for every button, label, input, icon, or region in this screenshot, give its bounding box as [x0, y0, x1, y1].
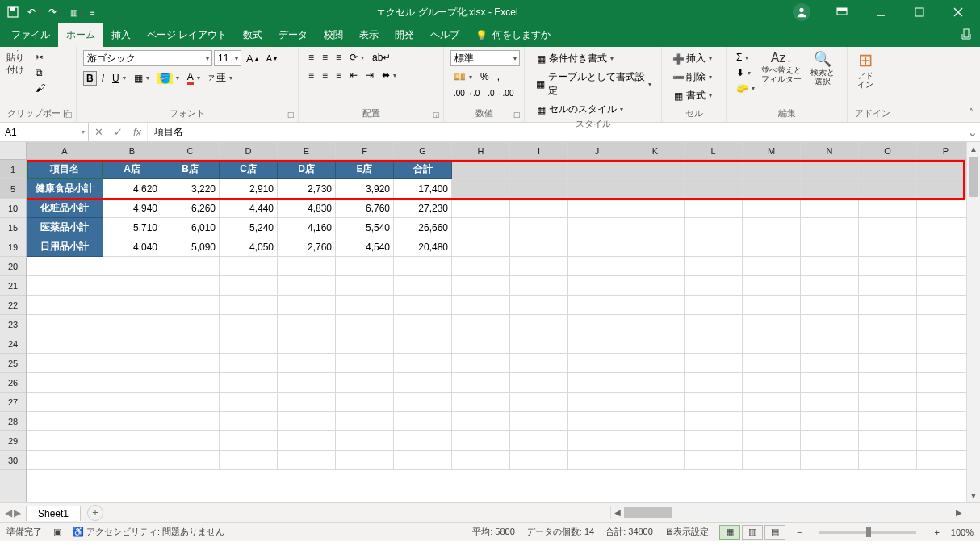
accessibility-status[interactable]: ♿ アクセシビリティ: 問題ありません	[73, 526, 224, 538]
vertical-scrollbar[interactable]: ▲ ▼	[966, 142, 980, 502]
row-header[interactable]: 20	[0, 257, 26, 276]
cell[interactable]	[685, 257, 743, 276]
data-cell[interactable]: 5,090	[161, 237, 220, 257]
cell[interactable]	[394, 412, 452, 431]
cell[interactable]	[743, 179, 801, 199]
cell[interactable]	[336, 431, 394, 451]
delete-cells-button[interactable]: ➖削除	[668, 69, 715, 86]
cell[interactable]	[626, 431, 685, 451]
cell[interactable]	[859, 354, 917, 373]
row-label-cell[interactable]: 健康食品小計	[27, 179, 103, 199]
cell[interactable]	[161, 431, 220, 451]
align-bottom-icon[interactable]: ≡	[333, 50, 345, 65]
cell[interactable]	[452, 315, 510, 334]
ribbon-tab-校閲[interactable]: 校閲	[316, 23, 351, 47]
column-header[interactable]: O	[859, 142, 917, 159]
cell[interactable]	[27, 257, 103, 276]
cell[interactable]	[220, 334, 278, 354]
dialog-launcher-icon[interactable]: ◱	[65, 109, 73, 120]
cell[interactable]	[510, 451, 568, 470]
cell[interactable]	[626, 296, 685, 315]
align-center-icon[interactable]: ≡	[319, 68, 331, 82]
cell[interactable]	[510, 393, 568, 412]
italic-button[interactable]: I	[98, 71, 107, 86]
row-header[interactable]: 15	[0, 218, 26, 237]
cell[interactable]	[859, 431, 917, 451]
row-header[interactable]: 24	[0, 334, 26, 354]
cell[interactable]	[161, 354, 220, 373]
cell[interactable]	[27, 451, 103, 470]
dialog-launcher-icon[interactable]: ◱	[513, 109, 521, 120]
cell[interactable]	[27, 412, 103, 431]
fill-color-icon[interactable]: 🪣	[154, 71, 182, 86]
cell[interactable]	[685, 218, 743, 237]
row-header[interactable]: 10	[0, 199, 26, 218]
clear-icon[interactable]: 🧽	[733, 81, 758, 95]
cell[interactable]	[27, 296, 103, 315]
column-header[interactable]: E	[278, 142, 336, 159]
cell[interactable]	[685, 315, 743, 334]
cell[interactable]	[801, 237, 859, 257]
cell[interactable]	[336, 451, 394, 470]
row-header[interactable]: 25	[0, 354, 26, 373]
cell[interactable]	[685, 160, 743, 179]
row-header[interactable]: 26	[0, 373, 26, 393]
cell[interactable]	[568, 160, 626, 179]
table-header-cell[interactable]: B店	[161, 160, 220, 179]
cell[interactable]	[278, 334, 336, 354]
cell[interactable]	[394, 354, 452, 373]
cell[interactable]	[801, 257, 859, 276]
cell[interactable]	[568, 373, 626, 393]
cell[interactable]	[626, 315, 685, 334]
cell[interactable]	[859, 276, 917, 296]
table-header-cell[interactable]: C店	[220, 160, 278, 179]
cell[interactable]	[220, 451, 278, 470]
cell[interactable]	[220, 431, 278, 451]
ribbon-tab-ホーム[interactable]: ホーム	[58, 23, 103, 47]
ribbon-tab-表示[interactable]: 表示	[351, 23, 387, 47]
data-cell[interactable]: 26,660	[394, 218, 452, 237]
data-cell[interactable]: 6,760	[336, 199, 394, 218]
cell[interactable]	[801, 199, 859, 218]
column-header[interactable]: B	[103, 142, 161, 159]
cell[interactable]	[278, 431, 336, 451]
cell[interactable]	[568, 431, 626, 451]
format-painter-icon[interactable]: 🖌	[32, 81, 48, 95]
display-settings[interactable]: 🖥表示設定	[664, 526, 709, 538]
normal-view-icon[interactable]: ▦	[719, 525, 740, 540]
row-header[interactable]: 23	[0, 315, 26, 334]
column-header[interactable]: M	[743, 142, 801, 159]
autosum-icon[interactable]: Σ	[733, 50, 758, 65]
cell[interactable]	[278, 451, 336, 470]
data-cell[interactable]: 4,940	[103, 199, 161, 218]
column-header[interactable]: K	[626, 142, 685, 159]
row-header[interactable]: 19	[0, 237, 26, 257]
data-cell[interactable]: 27,230	[394, 199, 452, 218]
cell[interactable]	[568, 393, 626, 412]
sort-filter-button[interactable]: Aᴢ↓ 並べ替えと フィルター	[761, 50, 802, 76]
cell[interactable]	[685, 451, 743, 470]
cell[interactable]	[452, 276, 510, 296]
cell[interactable]	[103, 257, 161, 276]
scroll-left-icon[interactable]: ◀	[611, 506, 623, 519]
cell[interactable]	[801, 315, 859, 334]
cell[interactable]	[685, 412, 743, 431]
cell[interactable]	[161, 451, 220, 470]
cell[interactable]	[103, 354, 161, 373]
cell[interactable]	[103, 315, 161, 334]
data-cell[interactable]: 6,260	[161, 199, 220, 218]
cell[interactable]	[336, 412, 394, 431]
row-header[interactable]: 5	[0, 179, 26, 199]
cell[interactable]	[626, 257, 685, 276]
data-cell[interactable]: 4,160	[278, 218, 336, 237]
data-cell[interactable]: 4,540	[336, 237, 394, 257]
cell[interactable]	[568, 237, 626, 257]
cell[interactable]	[626, 393, 685, 412]
table-header-cell[interactable]: 項目名	[27, 160, 103, 179]
cell[interactable]	[626, 237, 685, 257]
cell[interactable]	[394, 315, 452, 334]
cell[interactable]	[568, 315, 626, 334]
cell[interactable]	[27, 373, 103, 393]
cell[interactable]	[859, 412, 917, 431]
cell[interactable]	[859, 393, 917, 412]
